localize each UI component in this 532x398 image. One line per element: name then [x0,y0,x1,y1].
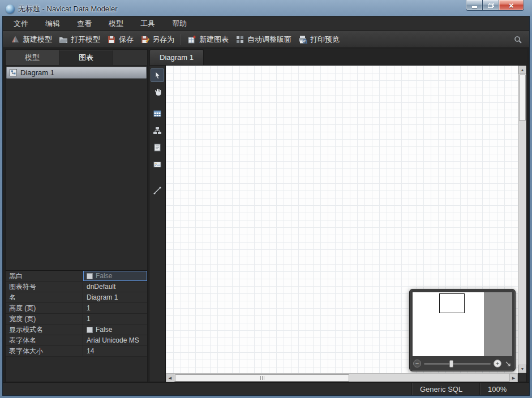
property-row: 图表符号 dnDefault [6,282,147,292]
save-as-floppy-icon [140,35,149,44]
main-toolbar: 新建模型 打开模型 保存 另存为 [3,31,529,48]
menu-edit[interactable]: 编辑 [37,16,68,31]
property-value-height[interactable]: 1 [83,303,147,313]
document-tab-diagram1[interactable]: Diagram 1 [149,49,204,65]
workspace: − + [149,65,527,382]
hand-icon [153,88,162,97]
scroll-up-arrow[interactable]: ▲ [518,66,526,74]
menu-tools[interactable]: 工具 [132,16,164,31]
diagram-canvas[interactable]: − + [166,66,518,373]
save-as-button[interactable]: 另存为 [137,33,178,46]
property-name: 名 [6,292,83,302]
open-folder-icon [59,35,68,44]
minimize-button[interactable] [466,0,482,11]
checkbox-icon[interactable] [87,273,93,279]
restore-button[interactable] [482,0,499,11]
table-icon [153,109,162,118]
close-icon: × [509,1,514,10]
horizontal-scrollbar[interactable]: ◀ ▶ [166,373,518,382]
scroll-down-arrow[interactable]: ▼ [518,365,526,373]
menu-view[interactable]: 查看 [68,16,100,31]
property-name: 表字体名 [6,335,83,345]
open-model-button[interactable]: 打开模型 [55,33,104,46]
property-name: 表字体大小 [6,346,83,356]
minimize-icon [472,6,477,8]
right-scroll-column: ▲ ▼ [518,66,526,382]
menu-help[interactable]: 帮助 [164,16,195,31]
vertical-scroll-thumb[interactable] [519,75,526,121]
relation-tool-button[interactable] [151,184,164,197]
save-button[interactable]: 保存 [104,33,137,46]
diagram-item-icon [10,69,17,76]
overview-controls: − + [413,359,512,368]
auto-layout-icon [235,35,244,44]
document-tabs: Diagram 1 [149,49,527,65]
list-item-diagram1[interactable]: Diagram 1 [6,67,147,79]
property-row: 表字体名 Arial Unicode MS [6,335,147,346]
image-tool-button[interactable] [151,158,164,171]
new-model-label: 新建模型 [23,34,52,45]
overview-panel: − + [409,289,516,371]
main-area: Diagram 1 [149,49,527,382]
statusbar: Generic SQL 100% [3,382,529,395]
property-value-text: False [96,325,112,335]
property-value-notation[interactable]: dnDefault [83,282,147,292]
resize-grip[interactable] [504,360,512,367]
save-floppy-icon [107,35,116,44]
print-preview-label: 打印预览 [310,34,340,45]
tab-model[interactable]: 模型 [6,50,59,65]
search-button[interactable] [511,33,525,46]
property-value-fontsize[interactable]: 14 [83,346,147,356]
pointer-icon [153,71,162,80]
property-value-text: 14 [87,346,94,356]
property-grid: 黑白 False 图表符号 dnDefault 名 Diagram 1 [6,270,147,357]
overview-preview[interactable] [413,292,512,356]
pointer-tool-button[interactable] [151,68,164,82]
scroll-right-arrow[interactable]: ▶ [509,374,518,382]
menu-model[interactable]: 模型 [100,16,132,31]
window-controls: × [466,0,524,11]
close-button[interactable]: × [499,0,524,11]
zoom-slider-thumb[interactable] [449,360,453,367]
restore-icon [488,3,494,8]
auto-layout-button[interactable]: 自动调整版面 [232,33,295,46]
property-row: 表字体大小 14 [6,346,147,357]
property-value-text: 1 [87,303,91,313]
table-tool-button[interactable] [151,107,164,120]
new-model-icon [11,35,20,44]
property-value-text: Diagram 1 [87,292,118,302]
property-value-width[interactable]: 1 [83,314,147,324]
entity-tool-button[interactable] [151,124,164,137]
open-model-label: 打开模型 [71,34,100,45]
note-icon [153,143,162,152]
resize-grip-icon [504,360,512,367]
tab-diagram[interactable]: 图表 [59,50,113,65]
checkbox-icon[interactable] [87,327,93,333]
note-tool-button[interactable] [151,141,164,154]
print-preview-button[interactable]: 打印预览 [295,33,343,46]
search-icon [513,35,522,44]
zoom-slider[interactable] [424,363,491,365]
overview-viewport[interactable] [439,293,465,313]
property-value-blackwhite[interactable]: False [83,271,147,281]
hand-tool-button[interactable] [151,85,164,99]
property-value-name[interactable]: Diagram 1 [83,292,147,302]
menu-file[interactable]: 文件 [5,16,37,31]
new-diagram-button[interactable]: 新建图表 [184,33,232,46]
vertical-scrollbar[interactable]: ▲ ▼ [518,66,526,373]
scroll-left-arrow[interactable]: ◀ [166,374,174,382]
property-row: 宽度 (页) 1 [6,314,147,325]
property-value-showmode[interactable]: False [83,325,147,335]
save-label: 保存 [119,34,134,45]
horizontal-scroll-thumb[interactable] [175,374,349,382]
property-value-text: False [96,271,112,280]
auto-layout-label: 自动调整版面 [247,34,291,45]
property-value-fontname[interactable]: Arial Unicode MS [83,335,147,345]
scroll-corner [518,373,526,382]
window-title: 无标题 - Navicat Data Modeler [18,4,118,14]
property-value-text: 1 [87,314,91,324]
new-model-button[interactable]: 新建模型 [7,33,55,46]
zoom-in-button[interactable]: + [494,360,501,367]
sidebar: 模型 图表 Diagram 1 黑白 [5,49,148,382]
zoom-out-button[interactable]: − [413,360,421,367]
